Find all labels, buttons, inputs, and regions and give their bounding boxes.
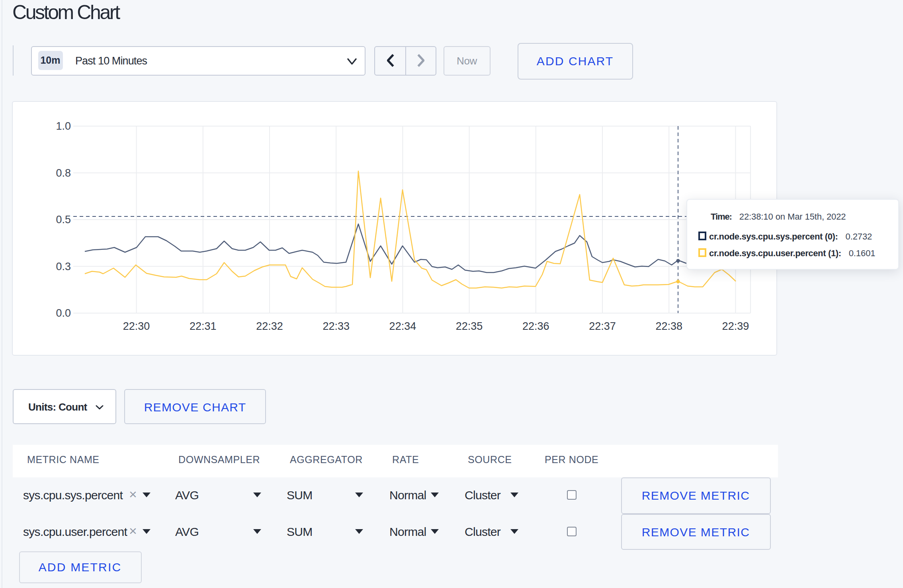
svg-text:22:31: 22:31	[189, 320, 216, 332]
svg-text:0.0: 0.0	[55, 307, 70, 319]
svg-text:0.8: 0.8	[55, 167, 70, 179]
svg-text:1.0: 1.0	[55, 120, 70, 132]
svg-text:22:35: 22:35	[455, 320, 483, 332]
svg-text:22:39: 22:39	[722, 320, 749, 332]
svg-text:22:38: 22:38	[655, 320, 682, 332]
svg-text:22:32: 22:32	[256, 320, 283, 332]
svg-text:0.3: 0.3	[55, 260, 70, 272]
svg-text:22:33: 22:33	[322, 320, 349, 332]
svg-text:0.5: 0.5	[55, 213, 70, 225]
svg-text:22:36: 22:36	[522, 320, 549, 332]
svg-text:22:34: 22:34	[389, 320, 416, 332]
svg-text:22:30: 22:30	[123, 320, 150, 332]
svg-text:22:37: 22:37	[588, 320, 616, 332]
